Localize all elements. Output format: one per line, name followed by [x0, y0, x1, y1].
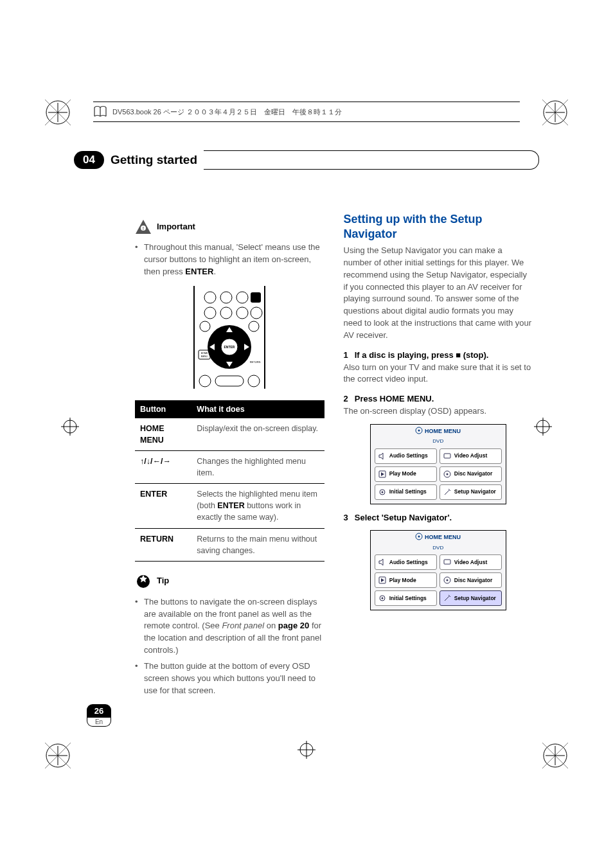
book-icon — [93, 105, 107, 119]
svg-text:RETURN: RETURN — [250, 360, 261, 364]
crosshair-icon — [61, 418, 79, 436]
right-column: Setting up with the Setup Navigator Usin… — [344, 212, 533, 701]
menu-item: Audio Settings — [375, 448, 437, 464]
menu-item-selected: Setup Navigator — [440, 590, 502, 606]
speaker-icon — [378, 558, 387, 567]
menu-item: Video Adjust — [440, 448, 502, 464]
disc-nav-icon — [443, 576, 452, 585]
button-reference-table: Button What it does HOME MENU Display/ex… — [135, 400, 324, 562]
svg-point-38 — [418, 429, 420, 431]
page-language: En — [87, 718, 111, 727]
section-title: Setting up with the Setup Navigator — [344, 212, 533, 241]
left-column: ! Important Throughout this manual, 'Sel… — [135, 212, 324, 701]
section-intro: Using the Setup Navigator you can make a… — [344, 245, 533, 342]
home-menu-osd: HOME MENU DVD Audio Settings Video Adjus… — [370, 424, 506, 504]
wand-icon — [443, 594, 452, 603]
crosshair-icon — [298, 741, 315, 759]
step-2-heading: 2Press HOME MENU. — [344, 393, 533, 405]
tip-callout: Tip — [135, 573, 324, 590]
svg-text:HOME: HOME — [201, 352, 208, 355]
step-2-body: The on-screen display (OSD) appears. — [344, 405, 533, 418]
table-row: RETURN Returns to the main menu without … — [135, 528, 324, 561]
tv-icon — [443, 452, 452, 461]
svg-point-47 — [418, 536, 420, 538]
wand-icon — [443, 488, 452, 497]
step-1-heading: 1If a disc is playing, press ■ (stop). — [344, 350, 533, 362]
menu-item: Video Adjust — [440, 554, 502, 570]
warning-icon: ! — [135, 218, 152, 235]
registration-mark-icon — [542, 743, 568, 768]
menu-item: Initial Settings — [375, 484, 437, 500]
svg-rect-48 — [444, 560, 450, 564]
menu-item: Disc Navigator — [440, 572, 502, 588]
important-label: Important — [157, 221, 195, 233]
svg-point-54 — [381, 598, 383, 599]
table-row: ENTER Selects the highlighted menu item … — [135, 484, 324, 528]
tip-item: The buttons to navigate the on-screen di… — [135, 596, 324, 657]
table-row: ↑/↓/←/→ Changes the highlighted menu ite… — [135, 450, 324, 483]
registration-mark-icon — [45, 743, 71, 768]
svg-point-45 — [381, 491, 383, 493]
file-info-bar: DV563.book 26 ページ ２００３年４月２５日 金曜日 午後８時１１分 — [93, 102, 520, 122]
gear-icon — [378, 488, 387, 497]
tip-label: Tip — [157, 575, 169, 587]
home-menu-osd-selected: HOME MENU DVD Audio Settings Video Adjus… — [370, 530, 506, 610]
menu-item: Initial Settings — [375, 590, 437, 606]
chapter-header: 04 Getting started — [74, 150, 539, 170]
registration-mark-icon — [45, 100, 71, 125]
table-header-button: Button — [135, 400, 191, 418]
registration-mark-icon — [542, 100, 568, 125]
page-number: 26 — [87, 704, 111, 718]
important-callout: ! Important — [135, 218, 324, 235]
tv-icon — [443, 558, 452, 567]
remote-control-figure: ENTER HOME MENU RETURN — [135, 286, 324, 389]
important-note: Throughout this manual, 'Select' means u… — [135, 242, 324, 278]
play-icon — [378, 576, 387, 585]
table-header-what: What it does — [191, 400, 324, 418]
table-row: HOME MENU Display/exit the on-screen dis… — [135, 418, 324, 451]
tip-item: The button guide at the bottom of every … — [135, 660, 324, 697]
menu-item: Audio Settings — [375, 554, 437, 570]
gear-icon — [378, 594, 387, 603]
menu-item: Setup Navigator — [440, 484, 502, 500]
speaker-icon — [378, 452, 387, 461]
page-number-badge: 26 En — [87, 704, 111, 727]
disc-nav-icon — [443, 470, 452, 479]
svg-marker-41 — [381, 472, 384, 476]
svg-marker-50 — [381, 578, 384, 582]
step-3-heading: 3Select 'Setup Navigator'. — [344, 512, 533, 524]
svg-point-43 — [446, 473, 448, 475]
tip-icon — [135, 573, 152, 590]
header-rule — [204, 150, 539, 170]
menu-item: Play Mode — [375, 466, 437, 482]
crosshair-icon — [534, 418, 552, 436]
menu-item: Play Mode — [375, 572, 437, 588]
svg-text:MENU: MENU — [201, 355, 208, 358]
play-icon — [378, 470, 387, 479]
svg-rect-15 — [251, 292, 261, 303]
svg-point-52 — [446, 580, 448, 581]
chapter-title: Getting started — [111, 153, 197, 167]
step-1-body: Also turn on your TV and make sure that … — [344, 362, 533, 386]
svg-rect-39 — [444, 454, 450, 458]
menu-item: Disc Navigator — [440, 466, 502, 482]
chapter-number: 04 — [74, 151, 104, 169]
svg-text:!: ! — [143, 226, 144, 231]
disc-icon — [415, 533, 423, 543]
svg-text:ENTER: ENTER — [224, 345, 235, 349]
disc-icon — [415, 427, 423, 437]
file-info-text: DV563.book 26 ページ ２００３年４月２５日 金曜日 午後８時１１分 — [112, 107, 342, 117]
